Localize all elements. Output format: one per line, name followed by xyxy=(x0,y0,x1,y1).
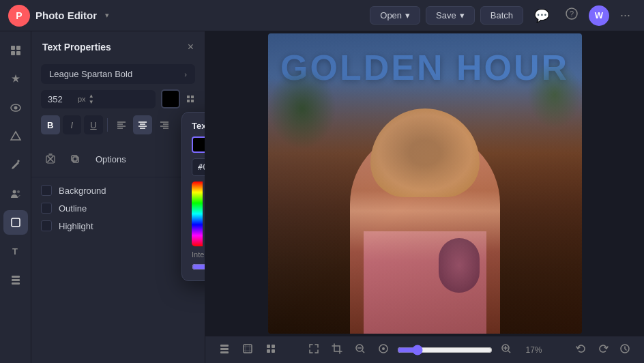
background-label: Background xyxy=(59,186,106,196)
picker-hex-row xyxy=(182,158,205,176)
italic-button[interactable]: I xyxy=(63,115,82,134)
bottom-right-buttons xyxy=(572,340,634,359)
svg-rect-35 xyxy=(72,156,77,161)
svg-rect-40 xyxy=(267,345,270,348)
svg-text:T: T xyxy=(12,246,18,257)
svg-point-48 xyxy=(382,347,385,350)
outline-row: Outline xyxy=(31,199,205,217)
svg-rect-15 xyxy=(12,282,20,285)
zoom-in-button[interactable] xyxy=(497,340,516,359)
svg-rect-34 xyxy=(73,157,78,162)
font-size-input-wrap: px ▲ ▼ xyxy=(41,90,156,108)
svg-rect-36 xyxy=(220,345,229,347)
app-logo: P xyxy=(8,5,30,27)
font-size-up[interactable]: ▲ xyxy=(89,93,94,99)
zoom-slider[interactable] xyxy=(397,345,493,355)
svg-marker-8 xyxy=(11,132,20,140)
icon-bar-draw[interactable] xyxy=(3,153,28,177)
duplicate-button[interactable] xyxy=(65,149,85,169)
font-size-input[interactable] xyxy=(48,94,75,104)
icon-bar-grid[interactable] xyxy=(3,38,28,63)
picker-intensity-row: Intensity 100% xyxy=(182,250,205,259)
svg-rect-42 xyxy=(267,349,270,353)
layers-bottom-button[interactable] xyxy=(215,340,234,359)
more-options-button[interactable]: ··· xyxy=(615,5,636,25)
title-chevron[interactable]: ▾ xyxy=(105,11,109,20)
redo-button[interactable] xyxy=(594,340,613,359)
outline-label: Outline xyxy=(59,203,87,214)
font-selector[interactable]: League Spartan Bold › xyxy=(41,64,195,84)
help-icon-button[interactable]: ? xyxy=(560,5,583,26)
grid-bottom-button[interactable] xyxy=(261,340,280,359)
bottom-bar: 17% xyxy=(205,336,644,363)
user-avatar[interactable]: W xyxy=(589,5,609,26)
canvas-container: GOLDEN HOUR xyxy=(268,33,582,334)
picker-hue-bar[interactable] xyxy=(192,182,203,246)
text-color-swatch[interactable] xyxy=(161,89,180,108)
icon-bar-object[interactable] xyxy=(3,210,28,235)
delete-button[interactable] xyxy=(41,149,60,169)
outline-checkbox[interactable] xyxy=(41,203,52,214)
format-divider xyxy=(107,118,108,132)
panel-header: Text Properties × xyxy=(31,31,205,60)
picker-black-swatch[interactable] xyxy=(192,136,205,153)
svg-rect-37 xyxy=(220,348,229,350)
svg-point-10 xyxy=(17,190,20,193)
picker-intensity-slider[interactable] xyxy=(192,261,205,272)
svg-rect-2 xyxy=(11,46,15,50)
open-button[interactable]: Open ▾ xyxy=(370,6,420,25)
highlight-checkbox[interactable] xyxy=(41,220,52,231)
icon-bar-people[interactable] xyxy=(3,182,28,206)
options-button[interactable]: Options xyxy=(90,151,132,167)
icon-bar-preview[interactable] xyxy=(3,96,28,120)
picker-intensity-label: Intensity xyxy=(192,250,205,259)
font-size-down[interactable]: ▼ xyxy=(89,100,94,105)
text-properties-panel: Text Properties × League Spartan Bold › … xyxy=(31,31,205,363)
color-picker-popup: Text Color Intensity 100% xyxy=(181,112,205,281)
zoom-out-button[interactable] xyxy=(351,340,370,359)
reset-button[interactable] xyxy=(374,340,393,359)
panel-close-button[interactable]: × xyxy=(188,41,194,53)
align-center-button[interactable] xyxy=(133,115,152,134)
panel-title: Text Properties xyxy=(42,42,111,53)
font-arrow: › xyxy=(184,70,187,78)
color-expand-icon[interactable] xyxy=(186,94,195,104)
picker-gradient-area[interactable] xyxy=(192,182,205,246)
icon-bar-text[interactable]: T xyxy=(3,239,28,263)
save-button[interactable]: Save ▾ xyxy=(426,6,475,25)
crop-button[interactable] xyxy=(327,340,347,359)
font-size-unit: px xyxy=(78,95,86,103)
topbar: P Photo Editor ▾ Open ▾ Save ▾ Batch 💬 ?… xyxy=(0,0,644,31)
picker-title: Text Color xyxy=(182,113,205,136)
chat-icon-button[interactable]: 💬 xyxy=(529,5,555,26)
canvas-wrap[interactable]: GOLDEN HOUR xyxy=(205,31,644,336)
fit-button[interactable] xyxy=(304,340,323,359)
icon-bar-shapes[interactable] xyxy=(3,124,28,149)
icon-bar-effects[interactable] xyxy=(3,67,28,91)
background-checkbox[interactable] xyxy=(41,185,52,196)
history-button[interactable] xyxy=(615,340,634,359)
picker-swatches xyxy=(182,136,205,158)
bold-button[interactable]: B xyxy=(41,115,60,134)
tools-row: Options xyxy=(31,145,205,173)
underline-button[interactable]: U xyxy=(84,115,103,134)
format-row: B I U xyxy=(41,115,195,134)
align-right-button[interactable] xyxy=(155,115,174,134)
frame-bottom-button[interactable] xyxy=(238,340,257,359)
undo-button[interactable] xyxy=(572,340,591,359)
picker-hex-input[interactable] xyxy=(192,158,205,176)
align-left-button[interactable] xyxy=(112,115,131,134)
size-row: px ▲ ▼ xyxy=(41,89,195,108)
canvas-area: GOLDEN HOUR xyxy=(205,31,644,363)
svg-rect-43 xyxy=(272,349,275,353)
font-size-spinners: ▲ ▼ xyxy=(89,93,94,105)
svg-rect-13 xyxy=(12,276,20,278)
panel-divider xyxy=(31,177,205,177)
batch-button[interactable]: Batch xyxy=(480,6,523,25)
icon-bar-layers[interactable] xyxy=(3,267,28,292)
font-section: League Spartan Bold › px ▲ ▼ B I U xyxy=(31,60,205,145)
svg-rect-3 xyxy=(16,46,20,50)
svg-point-7 xyxy=(14,106,17,110)
svg-line-46 xyxy=(362,351,364,353)
svg-rect-5 xyxy=(16,51,20,55)
